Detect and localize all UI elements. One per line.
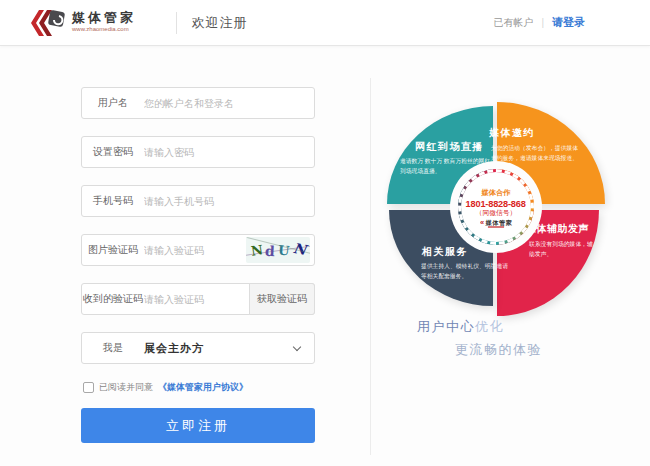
- registration-form: 用户名 设置密码 手机号码 图片验证码 N d U N 收到的验证码 获取验证码: [81, 87, 315, 443]
- contact-title: 媒体合作: [482, 187, 511, 197]
- sms-code-label: 收到的验证码: [82, 292, 144, 306]
- phone-label: 手机号码: [82, 194, 144, 208]
- brand-logo[interactable]: 媒体管家 www.zhaomedia.com: [28, 8, 166, 38]
- role-select[interactable]: 我是 展会主办方: [81, 332, 315, 364]
- segment-title: 相关服务: [422, 245, 468, 259]
- tagline-second-line: 更流畅的体验: [455, 341, 542, 359]
- registration-page: 媒体管家 www.zhaomedia.com 欢迎注册 已有帐户 | 请登录 用…: [0, 0, 650, 466]
- role-label: 我是: [82, 341, 144, 355]
- promo-panel: 网红到场直播 邀请数万 数十万 数百万粉丝的网红到场现场直播。 媒体邀约 为您的…: [371, 46, 650, 466]
- page-title: 欢迎注册: [191, 14, 247, 32]
- login-link[interactable]: 请登录: [552, 15, 585, 30]
- brand-underline: [488, 226, 504, 227]
- segment-desc: 提供主持人、模特礼仪、明星邀请等相关配套服务。: [421, 262, 513, 280]
- image-captcha-label: 图片验证码: [82, 243, 144, 257]
- agreement-text: 已阅读并同意: [99, 381, 153, 394]
- segment-desc: 联系没有到场的媒体，辅助发声。: [529, 240, 597, 258]
- agreement-link[interactable]: 《媒体管家用户协议》: [158, 381, 248, 394]
- password-label: 设置密码: [82, 145, 144, 159]
- segment-desc: 为您的活动（发布会），提供媒体邀约服务，邀请媒体来现场报道。: [491, 144, 578, 162]
- register-button[interactable]: 立即注册: [81, 408, 315, 443]
- username-field-row: 用户名: [81, 87, 315, 119]
- get-sms-code-button[interactable]: 获取验证码: [249, 283, 315, 315]
- agreement-row: 已阅读并同意 《媒体管家用户协议》: [83, 381, 315, 394]
- image-captcha-field-row: 图片验证码 N d U N: [81, 234, 315, 266]
- captcha-char: U: [278, 242, 291, 258]
- segment-title: 媒体辅助发声: [526, 222, 589, 236]
- services-donut-diagram: 网红到场直播 邀请数万 数十万 数百万粉丝的网红到场现场直播。 媒体邀约 为您的…: [385, 96, 615, 326]
- agreement-checkbox[interactable]: [83, 382, 94, 393]
- center-contact-circle: 媒体合作 1801-8828-868 （同微信号） « 媒体管家: [458, 169, 534, 245]
- header-separator: |: [541, 17, 544, 28]
- image-captcha-input[interactable]: [144, 245, 246, 256]
- password-input[interactable]: [144, 147, 314, 158]
- header: 媒体管家 www.zhaomedia.com 欢迎注册 已有帐户 | 请登录: [0, 0, 650, 46]
- tagline-strong: 用户中心: [417, 319, 475, 334]
- phone-input[interactable]: [144, 196, 314, 207]
- contact-phone: 1801-8828-868: [466, 198, 526, 208]
- captcha-char: N: [291, 240, 306, 258]
- captcha-char: N: [250, 242, 264, 259]
- mini-chevrons-icon: «: [480, 218, 484, 227]
- sms-code-input[interactable]: [144, 294, 249, 305]
- captcha-image[interactable]: N d U N: [246, 237, 310, 263]
- brand-text: 媒体管家 www.zhaomedia.com: [72, 9, 166, 36]
- tagline-first-line: 用户中心优化: [417, 318, 504, 336]
- phone-field-row: 手机号码: [81, 185, 315, 217]
- tagline-light: 优化: [475, 319, 504, 334]
- password-field-row: 设置密码: [81, 136, 315, 168]
- segment-title: 网红到场直播: [415, 140, 484, 154]
- contact-wechat-note: （同微信号）: [476, 208, 517, 218]
- brand-name: 媒体管家: [72, 10, 136, 25]
- have-account-label: 已有帐户: [493, 16, 533, 30]
- center-contact-content: 媒体合作 1801-8828-868 （同微信号） « 媒体管家: [458, 169, 534, 245]
- username-label: 用户名: [82, 96, 144, 110]
- role-selected-value: 展会主办方: [144, 341, 204, 356]
- chevron-down-icon: [293, 342, 301, 350]
- captcha-char: d: [265, 243, 276, 259]
- username-input[interactable]: [144, 98, 314, 109]
- brand-logo-icon: [28, 8, 66, 38]
- sms-code-field-row: 收到的验证码 获取验证码: [81, 283, 315, 315]
- header-right: 已有帐户 | 请登录: [493, 15, 585, 30]
- header-divider: [176, 12, 177, 34]
- brand-url: www.zhaomedia.com: [72, 26, 129, 32]
- segment-title: 媒体邀约: [489, 126, 535, 140]
